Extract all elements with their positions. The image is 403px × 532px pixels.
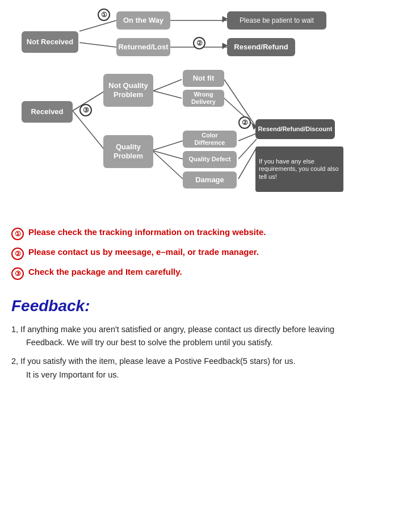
circle-num-3: ③ <box>79 104 92 116</box>
not-fit-box: Not fit <box>183 70 224 87</box>
svg-marker-16 <box>223 16 227 22</box>
circle-num-2b: ② <box>238 116 251 129</box>
note-text-2: Please contact us by meesage, e–mail, or… <box>28 247 259 257</box>
quality-problem-box: Quality Problem <box>103 135 153 168</box>
not-received-box: Not Received <box>22 31 78 53</box>
svg-line-6 <box>153 79 182 91</box>
feedback-item-1-indent: Feedback. We will try our best to solve … <box>26 336 392 349</box>
circle-num-2a: ② <box>193 37 205 49</box>
received-box: Received <box>22 101 73 123</box>
not-quality-problem-box: Not Quality Problem <box>103 74 153 107</box>
note-text-3: Check the package and Item carefully. <box>28 267 182 277</box>
note-item-1: ① Please check the tracking information … <box>11 227 392 240</box>
note-num-1: ① <box>11 228 24 240</box>
feedback-title: Feedback: <box>11 297 392 315</box>
feedback-item-2: 2, If you satisfy with the item, please … <box>11 355 392 381</box>
color-difference-box: Color Difference <box>183 131 237 148</box>
svg-marker-17 <box>223 43 227 49</box>
returned-lost-box: Returned/Lost <box>116 38 170 56</box>
resend-refund-top-box: Resend/Refund <box>227 38 295 56</box>
circle-num-1: ① <box>98 9 110 21</box>
svg-line-7 <box>153 91 182 98</box>
note-num-3: ③ <box>11 267 24 280</box>
feedback-item-1-label: 1, If anything make you aren't satisfied… <box>11 325 334 334</box>
svg-line-5 <box>73 111 105 150</box>
svg-line-0 <box>79 20 116 31</box>
special-note-box: If you have any else requirements, you c… <box>255 146 343 192</box>
note-num-2: ② <box>11 248 24 260</box>
damage-box: Damage <box>183 171 237 188</box>
svg-line-15 <box>238 148 257 179</box>
please-wait-box: Please be patient to wait <box>227 11 326 30</box>
feedback-item-2-label: 2, If you satisfy with the item, please … <box>11 357 295 366</box>
feedback-item-2-indent: It is very Important for us. <box>26 368 392 382</box>
feedback-item-1: 1, If anything make you aren't satisfied… <box>11 323 392 349</box>
flowchart: ① ② ③ ② Not Received On the Way Returned… <box>11 6 397 221</box>
note-text-1: Please check the tracking information on… <box>28 227 266 237</box>
note-item-2: ② Please contact us by meesage, e–mail, … <box>11 247 392 260</box>
svg-line-8 <box>152 141 183 150</box>
svg-line-14 <box>238 139 257 159</box>
svg-line-13 <box>238 133 257 141</box>
feedback-section: Feedback: 1, If anything make you aren't… <box>11 291 392 382</box>
resend-refund-discount-box: Resend/Refund/Discount <box>255 119 335 139</box>
note-item-3: ③ Check the package and Item carefully. <box>11 267 392 280</box>
notes-section: ① Please check the tracking information … <box>11 227 392 280</box>
svg-line-1 <box>79 43 116 47</box>
quality-defect-box: Quality Defect <box>183 151 237 168</box>
on-the-way-box: On the Way <box>116 11 170 30</box>
wrong-delivery-box: Wrong Delivery <box>183 90 224 107</box>
